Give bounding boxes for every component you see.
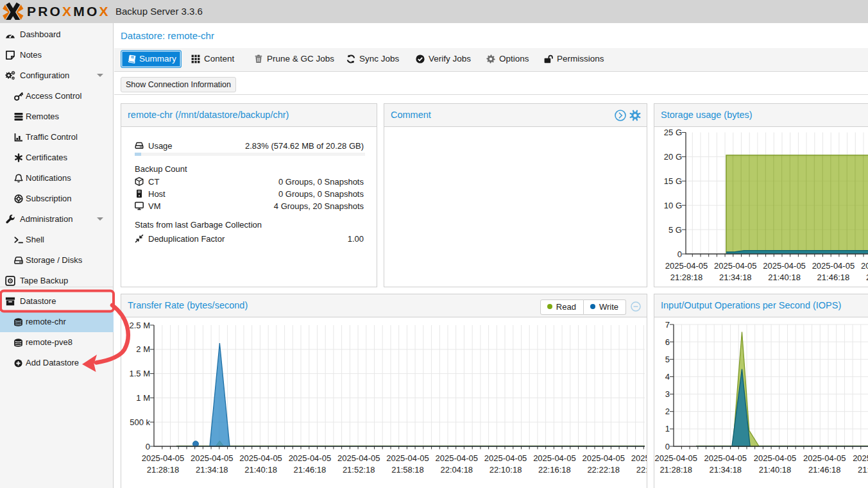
svg-text:21:58:18: 21:58:18 (391, 465, 424, 475)
svg-text:5 G: 5 G (668, 225, 682, 235)
svg-text:2025-04-05: 2025-04-05 (631, 453, 647, 463)
svg-text:2: 2 (665, 407, 670, 416)
svg-text:2025-04-05: 2025-04-05 (484, 453, 527, 463)
svg-text:2025-04-05: 2025-04-05 (754, 453, 797, 463)
svg-text:6: 6 (665, 337, 670, 347)
svg-text:15 G: 15 G (664, 176, 682, 186)
svg-text:1 M: 1 M (136, 393, 150, 403)
svg-text:2025-04-05: 2025-04-05 (763, 261, 806, 271)
svg-text:7: 7 (665, 320, 670, 330)
svg-text:2025-04-05: 2025-04-05 (654, 453, 697, 463)
svg-text:20 G: 20 G (664, 152, 682, 162)
svg-text:22:10:18: 22:10:18 (489, 465, 522, 475)
svg-text:1: 1 (665, 424, 670, 433)
svg-text:2025-04-05: 2025-04-05 (665, 261, 708, 271)
svg-text:22:04:18: 22:04:18 (440, 465, 473, 475)
svg-text:2025-04-05: 2025-04-05 (239, 453, 282, 463)
svg-text:10 G: 10 G (664, 201, 682, 210)
svg-text:2025-04-05: 2025-04-05 (861, 261, 868, 271)
svg-text:21:40:18: 21:40:18 (244, 465, 277, 475)
svg-text:2025-04-05: 2025-04-05 (386, 453, 429, 463)
svg-text:2025-04-05: 2025-04-05 (533, 453, 576, 463)
svg-text:2025-04-05: 2025-04-05 (289, 453, 332, 463)
svg-text:21:46:18: 21:46:18 (817, 273, 850, 282)
svg-text:21:34:18: 21:34:18 (719, 273, 752, 282)
svg-text:2025-04-05: 2025-04-05 (582, 453, 625, 463)
svg-text:21:46:18: 21:46:18 (808, 465, 841, 475)
svg-text:21:52:18: 21:52:18 (343, 465, 375, 475)
svg-text:PROXMOX: PROXMOX (27, 4, 110, 19)
svg-text:21:28:18: 21:28:18 (670, 273, 703, 282)
svg-text:21:46:18: 21:46:18 (294, 465, 327, 475)
svg-text:500 k: 500 k (130, 417, 150, 427)
svg-text:21:28:18: 21:28:18 (147, 465, 180, 475)
svg-text:22:28:18: 22:28:18 (636, 465, 647, 475)
svg-text:5: 5 (665, 355, 670, 364)
svg-text:3: 3 (665, 389, 670, 399)
svg-text:21:34:18: 21:34:18 (709, 465, 742, 475)
svg-text:2025-04-05: 2025-04-05 (853, 453, 868, 463)
svg-text:2025-04-05: 2025-04-05 (714, 261, 757, 271)
svg-text:21:40:18: 21:40:18 (759, 465, 792, 475)
svg-text:2025-04-05: 2025-04-05 (142, 453, 185, 463)
svg-text:21:40:18: 21:40:18 (768, 273, 801, 282)
svg-text:21:52:18: 21:52:18 (858, 465, 868, 475)
svg-text:0: 0 (677, 249, 682, 259)
svg-text:0: 0 (665, 442, 670, 451)
svg-text:2025-04-05: 2025-04-05 (337, 453, 380, 463)
svg-text:2025-04-05: 2025-04-05 (704, 453, 747, 463)
svg-text:21:28:18: 21:28:18 (660, 465, 692, 475)
svg-text:2025-04-05: 2025-04-05 (812, 261, 855, 271)
svg-text:2.5 M: 2.5 M (129, 321, 150, 330)
svg-text:2 M: 2 M (136, 344, 150, 354)
svg-text:1.5 M: 1.5 M (129, 369, 150, 378)
svg-text:21:34:18: 21:34:18 (196, 465, 228, 475)
svg-text:2025-04-05: 2025-04-05 (803, 453, 846, 463)
svg-text:2025-04-05: 2025-04-05 (191, 453, 234, 463)
svg-text:2025-04-05: 2025-04-05 (436, 453, 479, 463)
svg-text:22:16:18: 22:16:18 (538, 465, 571, 475)
svg-text:4: 4 (665, 372, 670, 382)
svg-text:22:22:18: 22:22:18 (587, 465, 620, 475)
svg-text:25 G: 25 G (664, 128, 682, 137)
svg-text:0: 0 (146, 442, 150, 451)
